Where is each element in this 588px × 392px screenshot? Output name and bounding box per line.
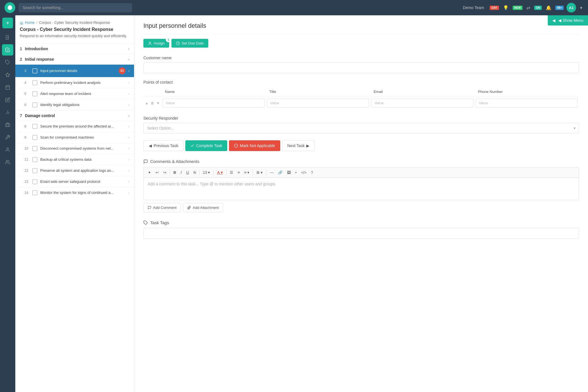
task-navigation-buttons: ◀ Previous Task Complete Task Mark Not A… bbox=[143, 140, 579, 151]
search-input[interactable] bbox=[19, 3, 132, 12]
toolbar-bold-btn[interactable]: B bbox=[171, 169, 178, 176]
task-checkbox-8[interactable] bbox=[32, 124, 37, 129]
row-delete-icon[interactable]: 🗑 bbox=[150, 101, 155, 106]
contact-email-input[interactable] bbox=[371, 99, 473, 107]
sidebar-icon-star[interactable] bbox=[2, 69, 13, 80]
svg-rect-5 bbox=[6, 86, 10, 90]
task-item-13[interactable]: 13 Enact web server safeguard protocol › bbox=[15, 176, 134, 187]
task-tags-input[interactable] bbox=[143, 228, 579, 239]
task-checkbox-3[interactable] bbox=[32, 68, 37, 73]
assign-button[interactable]: Assign 1 bbox=[143, 39, 169, 48]
sidebar-icon-edit[interactable] bbox=[2, 94, 13, 105]
toolbar-redo-btn[interactable]: ↪ bbox=[161, 169, 168, 176]
action-bar: Assign 1 Set Due Date bbox=[143, 39, 579, 48]
complete-task-button[interactable]: Complete Task bbox=[185, 140, 227, 151]
row-move-down-icon[interactable]: ▼ bbox=[156, 101, 160, 106]
previous-task-button[interactable]: ◀ Previous Task bbox=[143, 140, 184, 151]
toolbar-align-btn[interactable]: ≡ ▾ bbox=[242, 169, 251, 176]
chevron-right-icon: › bbox=[128, 46, 130, 51]
chevron-left-icon: ◀ bbox=[552, 18, 555, 23]
toolbar-separator bbox=[226, 170, 226, 175]
task-checkbox-13[interactable] bbox=[32, 179, 37, 184]
page-title: Input personnel details bbox=[143, 22, 579, 34]
sidebar-icon-briefcase[interactable] bbox=[2, 119, 13, 130]
task-item-5[interactable]: 5 Alert response team of incident › bbox=[15, 88, 134, 99]
sidebar-icon-users[interactable] bbox=[2, 156, 13, 168]
breadcrumb-home[interactable]: Home bbox=[20, 20, 35, 25]
task-item-10[interactable]: 10 Disconnect compromised systems from n… bbox=[15, 143, 134, 154]
comment-editor[interactable]: Add a comment to this task... Type @ to … bbox=[143, 177, 579, 200]
task-checkbox-10[interactable] bbox=[32, 146, 37, 151]
row-move-up-icon[interactable]: ▲ bbox=[145, 101, 149, 106]
sidebar-icon-wrench[interactable] bbox=[2, 132, 13, 143]
bell-icon[interactable]: 🔔 bbox=[545, 4, 553, 12]
add-comment-button[interactable]: Add Comment bbox=[143, 203, 181, 212]
customer-name-input[interactable] bbox=[143, 62, 579, 73]
toolbar-strike-btn[interactable]: S bbox=[191, 169, 198, 176]
mark-not-applicable-button[interactable]: Mark Not Applicable bbox=[229, 140, 280, 151]
chevron-right-icon: › bbox=[128, 103, 130, 107]
toolbar-sparkle-btn[interactable]: ✦ bbox=[146, 169, 153, 176]
sidebar-icon-tag[interactable] bbox=[2, 57, 13, 68]
sidebar-icon-calendar[interactable] bbox=[2, 82, 13, 93]
next-task-button[interactable]: Next Task ▶ bbox=[282, 140, 315, 151]
contact-title-input[interactable] bbox=[267, 99, 369, 107]
task-checkbox-4[interactable] bbox=[32, 80, 37, 85]
sidebar-icon-document[interactable] bbox=[2, 32, 13, 43]
task-checkbox-9[interactable] bbox=[32, 135, 37, 140]
toolbar-undo-btn[interactable]: ↩ bbox=[154, 169, 161, 176]
lightbulb-icon[interactable]: 💡 bbox=[502, 4, 510, 12]
toolbar-underline-btn[interactable]: U bbox=[184, 169, 191, 176]
task-item-8[interactable]: 8 Secure the premises around the affecte… bbox=[15, 121, 134, 132]
chevron-right-icon: › bbox=[128, 158, 130, 162]
contact-phone-input[interactable] bbox=[476, 99, 578, 107]
task-section-damage-control[interactable]: 7 Damage control › bbox=[15, 110, 134, 121]
task-checkbox-12[interactable] bbox=[32, 168, 37, 173]
toolbar-separator bbox=[170, 170, 170, 175]
set-due-date-button[interactable]: Set Due Date bbox=[171, 39, 208, 48]
toolbar-hr-btn[interactable]: — bbox=[268, 169, 275, 176]
task-item-3[interactable]: 3 Input personnel details A1 ‹ bbox=[15, 64, 134, 77]
show-menu-button[interactable]: ◀ ◀ Show Menu bbox=[548, 15, 588, 26]
task-item-9[interactable]: 9 Scan for compromised machines › bbox=[15, 132, 134, 143]
task-section-initial-response[interactable]: 2 Initial response › bbox=[15, 54, 134, 64]
security-responder-select[interactable]: Select Option... bbox=[143, 123, 579, 134]
icon-sidebar: + bbox=[0, 15, 15, 392]
toolbar-video-btn[interactable]: ▪ bbox=[293, 169, 299, 176]
contact-name-input[interactable] bbox=[163, 99, 265, 107]
toolbar-code-btn[interactable]: </> bbox=[299, 169, 309, 176]
toolbar-ordered-list-btn[interactable]: ≡ bbox=[236, 169, 242, 176]
sidebar-icon-checklist[interactable] bbox=[2, 44, 13, 56]
points-of-contact-section: Points of contact Name Title Email Phone… bbox=[143, 80, 579, 109]
chevron-right-icon: › bbox=[128, 81, 130, 85]
svg-point-15 bbox=[149, 42, 151, 43]
panel-description: Respond to an information security incid… bbox=[15, 33, 134, 43]
user-avatar[interactable]: A1 bbox=[566, 3, 576, 12]
badge-99plus: 99+ bbox=[555, 6, 564, 10]
toolbar-unordered-list-btn[interactable]: ☰ bbox=[228, 169, 235, 176]
task-checkbox-6[interactable] bbox=[32, 102, 37, 107]
task-checkbox-5[interactable] bbox=[32, 91, 37, 96]
sidebar-icon-chart[interactable] bbox=[2, 107, 13, 118]
editor-toolbar: ✦ ↩ ↪ B I U S 13 ▾ A ▾ ☰ ≡ ≡ ▾ ⊞ ▾ — bbox=[143, 167, 579, 177]
task-item-4[interactable]: 4 Perform preliminary incident analysis … bbox=[15, 77, 134, 88]
toolbar-fontsize-btn[interactable]: 13 ▾ bbox=[201, 169, 212, 176]
task-item-14[interactable]: 14 Monitor the system for signs of conti… bbox=[15, 187, 134, 198]
task-checkbox-14[interactable] bbox=[32, 190, 37, 195]
toolbar-link-btn[interactable]: 🔗 bbox=[276, 169, 285, 176]
sidebar-icon-user[interactable] bbox=[2, 144, 13, 155]
task-checkbox-11[interactable] bbox=[32, 157, 37, 162]
toolbar-image-btn[interactable]: 🖼 bbox=[285, 169, 293, 176]
toolbar-table-btn[interactable]: ⊞ ▾ bbox=[254, 169, 265, 176]
toolbar-help-btn[interactable]: ? bbox=[309, 169, 315, 176]
task-item-12[interactable]: 12 Preserve all system and application l… bbox=[15, 165, 134, 176]
toolbar-italic-btn[interactable]: I bbox=[179, 169, 184, 176]
switches-icon[interactable]: ⇄ bbox=[525, 4, 531, 12]
task-item-6[interactable]: 6 Identify legal obligations › bbox=[15, 99, 134, 110]
toolbar-color-btn[interactable]: A ▾ bbox=[215, 169, 225, 176]
add-button[interactable]: + bbox=[2, 18, 13, 28]
task-item-11[interactable]: 11 Backup all critical systems data › bbox=[15, 154, 134, 165]
dropdown-chevron-icon[interactable]: ▾ bbox=[579, 4, 583, 12]
add-attachment-button[interactable]: Add Attachment bbox=[183, 203, 223, 212]
task-section-introduction[interactable]: 1 Introduction › bbox=[15, 43, 134, 54]
